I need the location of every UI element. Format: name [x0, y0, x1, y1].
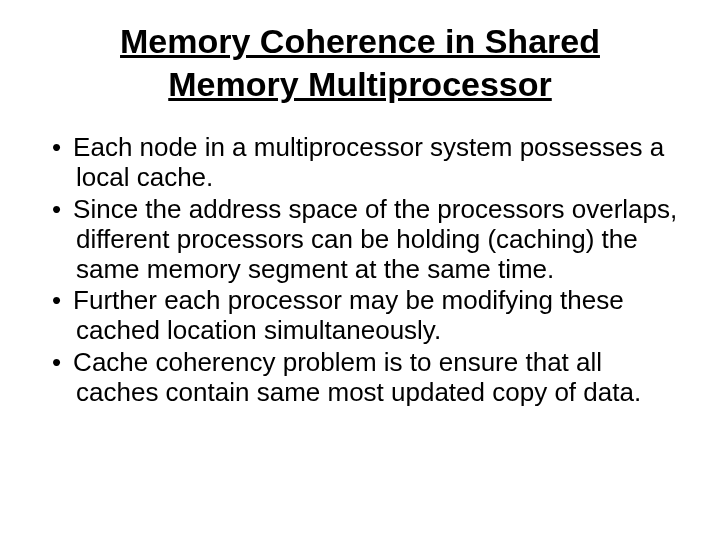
slide-title: Memory Coherence in Shared Memory Multip…	[40, 20, 680, 105]
list-item: Further each processor may be modifying …	[40, 286, 680, 346]
list-item: Each node in a multiprocessor system pos…	[40, 133, 680, 193]
list-item: Since the address space of the processor…	[40, 195, 680, 285]
bullet-list: Each node in a multiprocessor system pos…	[40, 133, 680, 408]
list-item: Cache coherency problem is to ensure tha…	[40, 348, 680, 408]
